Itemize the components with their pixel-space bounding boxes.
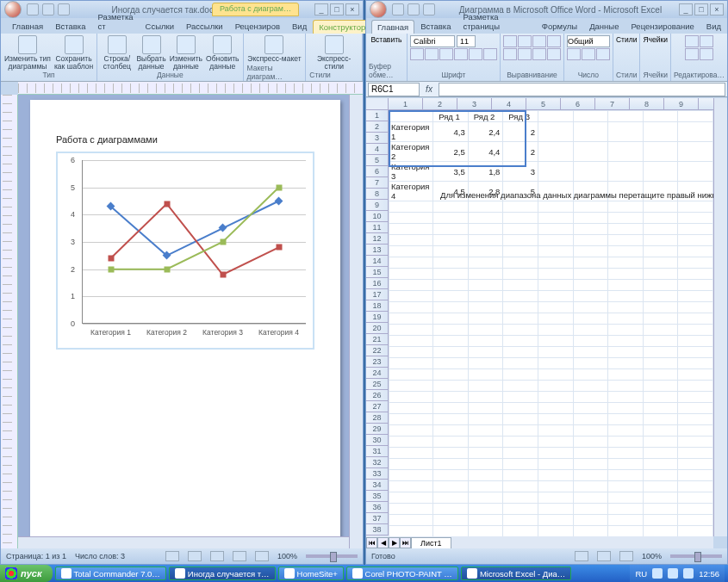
document-area[interactable]: Работа с диаграммами 0123456Категория 1К… [18,95,349,548]
tab-review[interactable]: Рецензиров [229,19,286,34]
tab-home[interactable]: Главная [371,20,414,34]
sheet-tab[interactable]: Лист1 [411,537,451,548]
qat-undo-icon[interactable] [408,3,420,15]
status-zoom[interactable]: 100% [642,552,662,560]
currency-button[interactable] [567,48,581,60]
font-size-select[interactable] [457,35,476,47]
tab-nav-first-icon[interactable]: ⏮ [366,537,377,548]
align-middle-button[interactable] [518,35,532,47]
select-all-corner[interactable] [366,98,389,110]
fill-button[interactable] [685,48,699,60]
qat-save-icon[interactable] [392,3,404,15]
taskbar-item[interactable]: Microsoft Excel - Диа… [461,567,571,580]
clock[interactable]: 12:56 [699,569,719,579]
tab-design[interactable]: Конструктор [313,20,371,34]
qat-redo-icon[interactable] [423,3,435,15]
comma-button[interactable] [596,48,610,60]
fx-icon[interactable]: fx [421,84,437,94]
view-print-layout-icon[interactable] [165,551,179,561]
tab-nav-next-icon[interactable]: ▶ [389,537,400,548]
view-outline-icon[interactable] [233,551,246,561]
tray-icon[interactable] [652,568,663,579]
select-data-button[interactable]: Выбрать данные [136,35,165,70]
status-page[interactable]: Страница: 1 из 1 [6,552,66,560]
border-button[interactable] [454,48,468,60]
name-box[interactable] [368,83,420,96]
excel-vertical-scrollbar[interactable] [713,98,727,536]
quick-layout-button[interactable]: Экспресс-макет [247,35,301,63]
tray-icon[interactable] [683,568,694,579]
italic-button[interactable] [425,48,439,60]
system-tray[interactable]: RU 12:56 [630,565,725,582]
qat-undo-icon[interactable] [42,3,54,15]
language-indicator[interactable]: RU [635,569,647,579]
fill-color-button[interactable] [469,48,482,60]
chart-tools-contextual[interactable]: Работа с диаграм… [212,3,299,16]
change-chart-type-button[interactable]: Изменить тип диаграммы [4,35,51,70]
taskbar-item[interactable]: HomeSite+ [278,567,344,580]
tab-insert[interactable]: Вставка [49,19,91,34]
tab-pagelayout[interactable]: Разметка страницы [457,9,535,34]
zoom-slider[interactable] [306,554,358,558]
start-button[interactable]: пуск [0,565,53,582]
save-template-button[interactable]: Сохранить как шаблон [54,35,93,70]
cells-grid[interactable]: Ряд 1Ряд 2Ряд 3Категория 14,32,42Категор… [389,110,713,536]
status-zoom[interactable]: 100% [277,552,297,560]
cell-styles-button[interactable]: Стили [616,35,638,44]
tab-mailings[interactable]: Рассылки [180,19,229,34]
align-center-button[interactable] [518,48,532,60]
tab-home[interactable]: Главная [6,19,49,34]
office-button[interactable] [4,1,22,18]
office-button[interactable] [370,1,387,18]
close-button[interactable]: × [345,3,359,15]
edit-data-button[interactable]: Изменить данные [170,35,202,70]
tab-references[interactable]: Ссылки [140,19,180,34]
tab-review[interactable]: Рецензирование [625,19,700,34]
switch-row-col-button[interactable]: Строка/столбец [101,35,133,70]
close-button[interactable]: × [710,3,724,15]
autosum-button[interactable] [685,35,699,47]
align-right-button[interactable] [532,48,546,60]
horizontal-ruler[interactable] [18,82,363,95]
status-words[interactable]: Число слов: 3 [75,552,125,560]
view-web-icon[interactable] [210,551,224,561]
bold-button[interactable] [410,48,424,60]
underline-button[interactable] [439,48,453,60]
chart-object[interactable]: 0123456Категория 1Категория 2Категория 3… [56,152,314,350]
number-format-select[interactable] [567,35,610,47]
tab-data[interactable]: Данные [583,19,625,34]
view-reading-icon[interactable] [188,551,202,561]
view-page-break-icon[interactable] [619,551,633,561]
font-color-button[interactable] [483,48,497,60]
refresh-data-button[interactable]: Обновить данные [206,35,240,70]
view-normal-icon[interactable] [575,551,588,561]
taskbar-item[interactable]: Corel PHOTO-PAINT … [346,567,458,580]
align-left-button[interactable] [503,48,517,60]
percent-button[interactable] [582,48,595,60]
wrap-text-button[interactable] [547,48,561,60]
tab-nav-last-icon[interactable]: ⏭ [400,537,411,548]
taskbar-item[interactable]: Иногда случается т… [169,567,276,580]
tab-layout[interactable]: Разметка ст [91,9,139,34]
qat-save-icon[interactable] [27,3,39,15]
restore-button[interactable]: □ [330,3,344,15]
minimize-button[interactable]: _ [314,3,328,15]
paste-button[interactable]: Вставить [370,35,401,44]
tray-icon[interactable] [668,568,678,579]
word-vertical-scrollbar[interactable] [349,95,363,548]
align-bottom-button[interactable] [532,35,546,47]
orientation-button[interactable] [547,35,561,47]
tab-insert[interactable]: Вставка [414,19,457,34]
cells-button[interactable]: Ячейки [643,35,668,44]
row-headers[interactable]: 1234567891011121314151617181920212223242… [366,110,389,536]
sort-filter-button[interactable] [700,35,713,47]
tab-view[interactable]: Вид [286,19,313,34]
align-top-button[interactable] [503,35,517,47]
view-draft-icon[interactable] [255,551,269,561]
restore-button[interactable]: □ [694,3,708,15]
tab-view[interactable]: Вид [700,19,727,34]
word-horizontal-scrollbar[interactable] [18,536,349,548]
taskbar-item[interactable]: Total Commander 7.0… [55,567,166,580]
view-page-layout-icon[interactable] [597,551,611,561]
find-button[interactable] [700,48,713,60]
